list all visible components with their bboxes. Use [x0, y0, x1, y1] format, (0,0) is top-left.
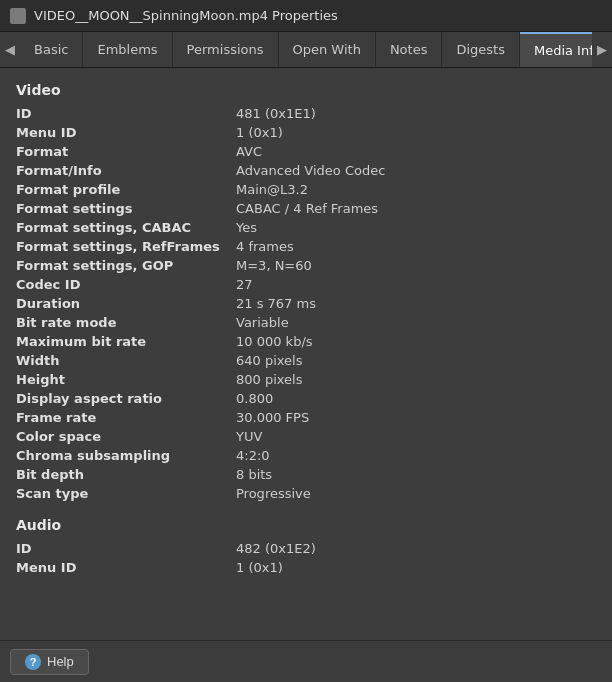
row-value: 482 (0x1E2) — [236, 539, 596, 558]
row-label: Format/Info — [16, 161, 236, 180]
row-value: Variable — [236, 313, 596, 332]
row-value: AVC — [236, 142, 596, 161]
info-table-audio: ID482 (0x1E2)Menu ID1 (0x1) — [16, 539, 596, 577]
table-row: Format settings, GOPM=3, N=60 — [16, 256, 596, 275]
table-row: Width640 pixels — [16, 351, 596, 370]
row-label: Bit depth — [16, 465, 236, 484]
row-label: Menu ID — [16, 558, 236, 577]
table-row: Bit rate modeVariable — [16, 313, 596, 332]
table-row: Chroma subsampling4:2:0 — [16, 446, 596, 465]
file-icon — [10, 8, 26, 24]
row-label: Frame rate — [16, 408, 236, 427]
row-label: Chroma subsampling — [16, 446, 236, 465]
row-label: Format — [16, 142, 236, 161]
row-value: 10 000 kb/s — [236, 332, 596, 351]
table-row: Scan typeProgressive — [16, 484, 596, 503]
table-row: Format settings, CABACYes — [16, 218, 596, 237]
row-label: Color space — [16, 427, 236, 446]
tab-open-with[interactable]: Open With — [279, 32, 376, 67]
tab-bar: ◀ BasicEmblemsPermissionsOpen WithNotesD… — [0, 32, 612, 68]
row-value: 640 pixels — [236, 351, 596, 370]
row-label: Format settings, GOP — [16, 256, 236, 275]
table-row: Display aspect ratio0.800 — [16, 389, 596, 408]
section-header-audio: Audio — [16, 517, 596, 533]
row-value: 800 pixels — [236, 370, 596, 389]
row-value: 4 frames — [236, 237, 596, 256]
tab-nav-left[interactable]: ◀ — [0, 32, 20, 67]
content-area: VideoID481 (0x1E1)Menu ID1 (0x1)FormatAV… — [0, 68, 612, 640]
tabs-container: BasicEmblemsPermissionsOpen WithNotesDig… — [20, 32, 592, 67]
row-label: Display aspect ratio — [16, 389, 236, 408]
row-label: Format settings, CABAC — [16, 218, 236, 237]
table-row: Format settingsCABAC / 4 Ref Frames — [16, 199, 596, 218]
table-row: Menu ID1 (0x1) — [16, 123, 596, 142]
help-label: Help — [47, 654, 74, 669]
row-value: YUV — [236, 427, 596, 446]
row-value: 481 (0x1E1) — [236, 104, 596, 123]
table-row: Frame rate30.000 FPS — [16, 408, 596, 427]
row-label: Format profile — [16, 180, 236, 199]
help-icon: ? — [25, 654, 41, 670]
row-value: 0.800 — [236, 389, 596, 408]
row-value: Yes — [236, 218, 596, 237]
table-row: Codec ID27 — [16, 275, 596, 294]
row-label: Bit rate mode — [16, 313, 236, 332]
tab-emblems[interactable]: Emblems — [83, 32, 172, 67]
tab-notes[interactable]: Notes — [376, 32, 443, 67]
row-value: 8 bits — [236, 465, 596, 484]
row-label: ID — [16, 104, 236, 123]
tab-basic[interactable]: Basic — [20, 32, 83, 67]
row-label: Duration — [16, 294, 236, 313]
tab-permissions[interactable]: Permissions — [173, 32, 279, 67]
row-value: Progressive — [236, 484, 596, 503]
row-label: Width — [16, 351, 236, 370]
section-header-video: Video — [16, 82, 596, 98]
window-title: VIDEO__MOON__SpinningMoon.mp4 Properties — [34, 8, 338, 23]
row-label: Format settings — [16, 199, 236, 218]
title-bar: VIDEO__MOON__SpinningMoon.mp4 Properties — [0, 0, 612, 32]
tab-nav-right[interactable]: ▶ — [592, 32, 612, 67]
table-row: Bit depth8 bits — [16, 465, 596, 484]
tab-media-info[interactable]: Media Info — [520, 32, 592, 67]
table-row: Format profileMain@L3.2 — [16, 180, 596, 199]
row-label: Maximum bit rate — [16, 332, 236, 351]
row-value: 27 — [236, 275, 596, 294]
table-row: Format settings, RefFrames4 frames — [16, 237, 596, 256]
row-label: Height — [16, 370, 236, 389]
table-row: Maximum bit rate10 000 kb/s — [16, 332, 596, 351]
row-value: Advanced Video Codec — [236, 161, 596, 180]
table-row: Color spaceYUV — [16, 427, 596, 446]
row-label: Format settings, RefFrames — [16, 237, 236, 256]
table-row: Format/InfoAdvanced Video Codec — [16, 161, 596, 180]
footer: ? Help — [0, 640, 612, 682]
table-row: ID481 (0x1E1) — [16, 104, 596, 123]
table-row: Duration21 s 767 ms — [16, 294, 596, 313]
row-value: 21 s 767 ms — [236, 294, 596, 313]
row-label: ID — [16, 539, 236, 558]
table-row: Height800 pixels — [16, 370, 596, 389]
row-value: 1 (0x1) — [236, 558, 596, 577]
row-value: 4:2:0 — [236, 446, 596, 465]
help-button[interactable]: ? Help — [10, 649, 89, 675]
row-label: Scan type — [16, 484, 236, 503]
row-value: M=3, N=60 — [236, 256, 596, 275]
table-row: FormatAVC — [16, 142, 596, 161]
row-label: Codec ID — [16, 275, 236, 294]
tab-digests[interactable]: Digests — [442, 32, 520, 67]
row-value: 1 (0x1) — [236, 123, 596, 142]
row-value: 30.000 FPS — [236, 408, 596, 427]
info-table-video: ID481 (0x1E1)Menu ID1 (0x1)FormatAVCForm… — [16, 104, 596, 503]
row-label: Menu ID — [16, 123, 236, 142]
row-value: Main@L3.2 — [236, 180, 596, 199]
table-row: Menu ID1 (0x1) — [16, 558, 596, 577]
table-row: ID482 (0x1E2) — [16, 539, 596, 558]
row-value: CABAC / 4 Ref Frames — [236, 199, 596, 218]
